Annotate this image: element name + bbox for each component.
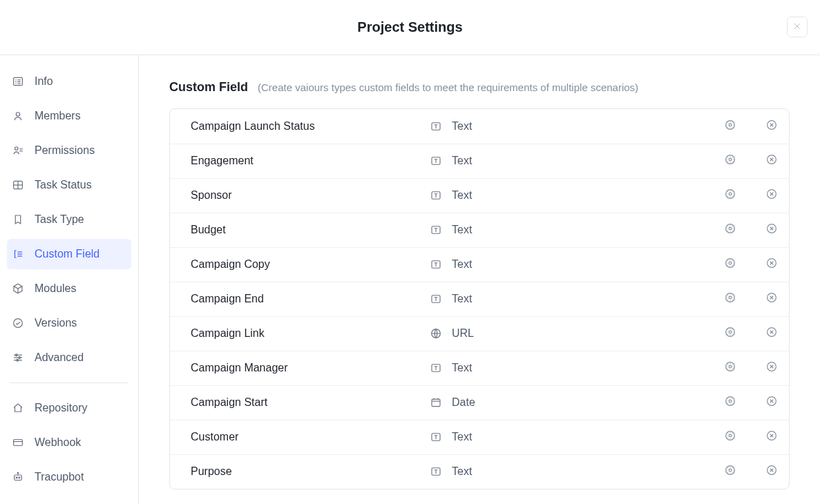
sidebar-item-label: Repository — [35, 402, 87, 414]
field-delete-button[interactable] — [761, 289, 782, 309]
field-delete-button[interactable] — [761, 151, 782, 171]
gear-icon — [724, 291, 736, 307]
field-delete-button[interactable] — [761, 392, 782, 413]
text-field-icon — [430, 431, 442, 443]
svg-point-8 — [15, 146, 19, 150]
sidebar-item-modules[interactable]: Modules — [7, 273, 131, 304]
calendar-icon — [430, 396, 442, 409]
svg-point-40 — [729, 193, 732, 195]
text-field-icon — [430, 465, 442, 478]
sidebar-scroll[interactable]: InfoMembersPermissionsTask StatusTask Ty… — [0, 55, 139, 504]
field-delete-button[interactable] — [761, 358, 782, 378]
custom-field-type: Text — [430, 155, 720, 167]
custom-field-type-label: Text — [452, 465, 472, 478]
field-settings-button[interactable] — [720, 461, 741, 482]
custom-field-row: Campaign CopyText — [170, 247, 789, 282]
field-delete-button[interactable] — [761, 185, 782, 206]
custom-field-row: CustomerText — [170, 420, 789, 454]
sidebar-item-label: Tracupbot — [35, 471, 84, 483]
field-settings-button[interactable] — [720, 323, 741, 344]
field-settings-button[interactable] — [720, 392, 741, 413]
custom-field-type: Text — [430, 120, 720, 133]
custom-field-name: Purpose — [191, 465, 430, 478]
custom-field-type: Text — [430, 465, 720, 478]
field-settings-button[interactable] — [720, 254, 741, 275]
custom-field-type-label: Text — [452, 189, 472, 202]
field-settings-button[interactable] — [720, 220, 741, 240]
custom-field-type-label: Text — [452, 431, 472, 443]
main-scroll[interactable]: Custom Field (Create vaiours types custo… — [139, 55, 820, 504]
field-settings-button[interactable] — [720, 151, 741, 171]
sidebar-item-label: Task Type — [35, 213, 84, 226]
field-settings-button[interactable] — [720, 427, 741, 447]
project-settings-dialog: Project Settings InfoMembersPermissionsT… — [0, 0, 820, 504]
sidebar-item-info[interactable]: Info — [7, 66, 131, 97]
check-circle-icon — [11, 316, 25, 330]
main-panel: Custom Field (Create vaiours types custo… — [139, 55, 820, 504]
status-board-icon — [11, 178, 25, 192]
field-delete-button[interactable] — [761, 323, 782, 344]
field-delete-button[interactable] — [761, 116, 782, 137]
text-field-icon — [430, 120, 442, 133]
sidebar-item-task-type[interactable]: Task Type — [7, 204, 131, 235]
sidebar-item-members[interactable]: Members — [7, 101, 131, 131]
field-settings-button[interactable] — [720, 185, 741, 206]
custom-field-name: Campaign End — [191, 293, 430, 305]
dialog-title: Project Settings — [357, 19, 462, 35]
custom-field-row: Campaign StartDate — [170, 385, 789, 420]
field-settings-button[interactable] — [720, 116, 741, 137]
delete-circle-icon — [765, 222, 778, 238]
svg-point-36 — [729, 158, 732, 161]
field-delete-button[interactable] — [761, 427, 782, 447]
sidebar-item-label: Permissions — [35, 144, 95, 157]
custom-field-name: Campaign Link — [191, 327, 430, 340]
field-settings-button[interactable] — [720, 289, 741, 309]
custom-field-type-label: Text — [452, 362, 472, 374]
svg-rect-62 — [432, 399, 440, 407]
dialog-body: InfoMembersPermissionsTask StatusTask Ty… — [0, 55, 820, 504]
text-field-icon — [430, 293, 442, 305]
section-subtitle: (Create vaiours types custom fields to m… — [258, 81, 638, 93]
custom-field-row: BudgetText — [170, 213, 789, 247]
custom-field-name: Campaign Launch Status — [191, 120, 430, 133]
custom-field-type: URL — [430, 327, 720, 340]
svg-point-44 — [729, 227, 732, 230]
sidebar-item-permissions[interactable]: Permissions — [7, 135, 131, 166]
svg-point-52 — [729, 296, 732, 299]
sidebar-item-label: Advanced — [35, 351, 84, 364]
delete-circle-icon — [765, 326, 778, 341]
house-icon — [11, 401, 25, 415]
sidebar-item-label: Members — [35, 110, 81, 122]
sidebar: InfoMembersPermissionsTask StatusTask Ty… — [0, 55, 138, 504]
gear-icon — [724, 119, 736, 134]
sliders-icon — [11, 351, 25, 365]
custom-field-name: Campaign Copy — [191, 258, 430, 271]
svg-point-48 — [729, 262, 732, 264]
sidebar-item-label: Modules — [35, 282, 76, 295]
svg-point-75 — [729, 469, 732, 472]
gear-icon — [724, 153, 736, 168]
sidebar-item-custom-field[interactable]: Custom Field — [7, 239, 131, 269]
permissions-icon — [11, 144, 25, 157]
sidebar-item-tracupbot[interactable]: Tracupbot — [7, 462, 131, 492]
gear-icon — [724, 395, 736, 410]
sidebar-item-advanced[interactable]: Advanced — [7, 342, 131, 373]
sidebar-item-task-status[interactable]: Task Status — [7, 170, 131, 200]
custom-field-type: Text — [430, 224, 720, 236]
globe-icon — [430, 327, 442, 340]
delete-circle-icon — [765, 257, 778, 272]
text-field-icon — [430, 258, 442, 271]
custom-field-type: Text — [430, 258, 720, 271]
sidebar-item-label: Task Status — [35, 179, 92, 191]
field-delete-button[interactable] — [761, 254, 782, 275]
close-button[interactable] — [787, 17, 808, 37]
field-delete-button[interactable] — [761, 461, 782, 482]
svg-point-17 — [14, 318, 23, 327]
sidebar-item-repository[interactable]: Repository — [7, 393, 131, 423]
gear-icon — [724, 360, 736, 376]
field-settings-button[interactable] — [720, 358, 741, 378]
sidebar-item-versions[interactable]: Versions — [7, 308, 131, 338]
sidebar-item-webhook[interactable]: Webhook — [7, 427, 131, 458]
user-icon — [11, 109, 25, 123]
field-delete-button[interactable] — [761, 220, 782, 240]
